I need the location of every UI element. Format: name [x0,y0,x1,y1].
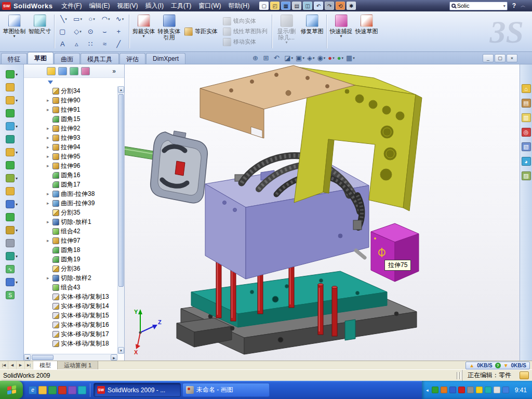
tree-item[interactable]: ▸ 切除-放样2 [47,273,117,283]
help-icon[interactable]: ? [512,2,516,9]
configuration-manager-tab-icon[interactable] [70,67,78,75]
tray-hidden-icons-chevron[interactable]: ◂ [426,388,429,393]
new-document-icon[interactable]: ▢ [259,2,269,10]
tree-item[interactable]: ▸ 拉伸90 [47,96,117,105]
feature-toolbar-button[interactable]: ▾ [6,174,18,183]
expand-arrow-icon[interactable]: ▸ [47,238,51,243]
feature-toolbar-button[interactable]: ▾ [6,109,18,118]
commandmanager-tab[interactable]: DimXpert [146,53,185,64]
expand-arrow-icon[interactable]: ▸ [47,98,51,103]
display-delete-relations-button[interactable]: 显示/删除几... ▾ [274,12,299,50]
tree-item[interactable]: ▸ 曲面-拉伸38 [47,189,117,198]
feature-toolbar-button[interactable]: ▾ [6,70,18,79]
commandmanager-tab[interactable]: 评估 [119,53,145,64]
close-button[interactable]: × [507,54,517,62]
commandmanager-tab[interactable]: 草图 [28,52,54,64]
custom-properties-icon[interactable]: ▨ [522,171,531,180]
commandmanager-tab[interactable]: 曲面 [54,53,80,64]
tree-item[interactable]: ▸ 曲面-拉伸39 [47,198,117,208]
rebuild-icon[interactable]: ⟲ [336,2,345,10]
clock[interactable]: 9:41 [515,387,527,394]
rapid-sketch-button[interactable]: 快速草图 [354,12,379,50]
tray-icon[interactable] [485,387,491,393]
sketch-tool-button[interactable]: ⊙▾ [85,25,99,38]
tree-item[interactable]: ▸ 实体-移动/复制14 [47,301,117,311]
feature-toolbar-button[interactable]: ∿ ▾ [6,264,18,274]
dropdown-arrow-icon[interactable]: ▾ [16,176,18,181]
search-input[interactable] [457,3,502,9]
feature-toolbar-button[interactable]: ▾ [6,200,18,209]
commandmanager-tab[interactable]: 特征 [1,53,27,64]
quick-launch-icon[interactable] [58,386,66,394]
tree-item[interactable]: ▸ 拉伸96 [47,161,117,170]
convert-entities-button[interactable]: 转换实体引用 [157,12,181,50]
offset-entities-button[interactable]: 等距实体 [182,27,220,36]
task-pane-home-icon[interactable]: ⌂ [522,84,531,93]
sketch-tool-button[interactable]: ▢▾ [57,25,71,38]
property-manager-tab-icon[interactable] [58,67,67,75]
sketch-tool-button[interactable]: ◇▾ [71,25,85,38]
quick-launch-icon[interactable] [78,386,86,394]
options-icon[interactable]: ✱ [347,2,356,10]
search-dropdown-icon[interactable]: ▾ [503,4,506,8]
dropdown-arrow-icon[interactable]: ▾ [16,202,18,207]
repair-sketch-button[interactable]: 修复草图 [300,12,324,50]
tray-icon[interactable] [458,387,465,393]
sketch-tool-button[interactable]: ○▾ [85,13,99,25]
menu-item[interactable]: 编辑(E) [86,1,114,11]
sketch-tool-button[interactable]: ∷▾ [85,38,99,50]
tree-item[interactable]: ▸ 拉伸94 [47,142,117,152]
tree-item[interactable]: ▸ 分割36 [47,264,117,273]
undo-icon[interactable]: ↶ [314,2,323,10]
search-results-icon[interactable]: ◎ [522,128,531,137]
sketch-draw-button[interactable]: 草图绘制 ▾ [2,12,26,50]
feature-toolbar-button[interactable]: ▾ [6,122,18,131]
scroll-left-button[interactable]: ◀ [24,354,31,361]
sketch-tool-button[interactable]: ◠▾ [99,13,113,25]
tree-item[interactable]: ▸ 拉伸93 [47,133,117,142]
task-button-paint[interactable]: 未命名 - 画图 [182,383,270,397]
feature-toolbar-button[interactable]: ▾ [6,225,18,235]
feature-toolbar-button[interactable]: ▾ [6,238,18,248]
quick-snaps-button[interactable]: 快速捕捉 ▾ [329,12,353,50]
dimxpert-manager-tab-icon[interactable] [81,67,90,75]
previous-view-icon[interactable]: ↶▾ [274,54,282,62]
sketch-status-icon[interactable] [520,371,529,379]
sketch-tool-button[interactable]: ╲▾ [57,13,71,25]
sketch-tool-button[interactable]: ≈▾ [99,38,113,50]
tree-item[interactable]: ▸ 分割34 [47,86,117,96]
sketch-tool-button[interactable]: ∿▾ [113,13,127,25]
quick-launch-icon[interactable] [68,386,76,394]
dropdown-arrow-icon[interactable]: ▾ [16,254,18,259]
tree-item[interactable]: ▸ 实体-移动/复制15 [47,311,117,320]
3d-model[interactable]: Y Z X [125,64,520,361]
model-part-clamp[interactable] [151,131,208,203]
model-tab[interactable]: 模型 [33,361,58,369]
expand-arrow-icon[interactable]: ▸ [47,135,51,140]
tree-vertical-scrollbar[interactable]: ▲ ▼ [117,86,124,354]
search-box[interactable]: ▾ [449,2,508,10]
network-speed-monitor[interactable]: ▲ 0KB/S ? ▼ 0KB/S [466,362,530,369]
menu-item[interactable]: 插入(I) [142,1,167,11]
sketch-tool-button[interactable]: ╱▾ [113,38,127,50]
tree-item[interactable]: ▸ 拉伸91 [47,105,117,114]
print-icon[interactable]: ▤ [292,2,301,10]
feature-toolbar-button[interactable]: ▾ [6,187,18,196]
smart-dimension-button[interactable]: 智能尺寸 [28,12,52,50]
expand-arrow-icon[interactable]: ▸ [47,219,51,224]
feature-manager-tab-icon[interactable] [47,67,56,75]
hide-show-items-icon[interactable]: ◉▾ [317,54,325,62]
commandmanager-tab[interactable]: 模具工具 [81,53,119,64]
model-tab[interactable]: 运动算例 1 [58,361,98,369]
scroll-up-button[interactable]: ▲ [118,86,124,93]
redo-icon[interactable]: ↷ [325,2,334,10]
feature-toolbar-button[interactable]: S ▾ [6,290,18,300]
tray-icon[interactable] [476,387,483,393]
zoom-area-icon[interactable]: ⊞▾ [263,54,271,62]
move-entities-button[interactable]: 移动实体 [221,37,270,47]
tray-icon[interactable] [432,387,438,393]
panel-flyout-chevron[interactable]: » [112,68,116,75]
tab-scroll-button[interactable]: ◀ [8,361,17,369]
appearances-scenes-icon[interactable]: ◕ [522,157,531,166]
dropdown-arrow-icon[interactable]: ▾ [16,150,18,155]
